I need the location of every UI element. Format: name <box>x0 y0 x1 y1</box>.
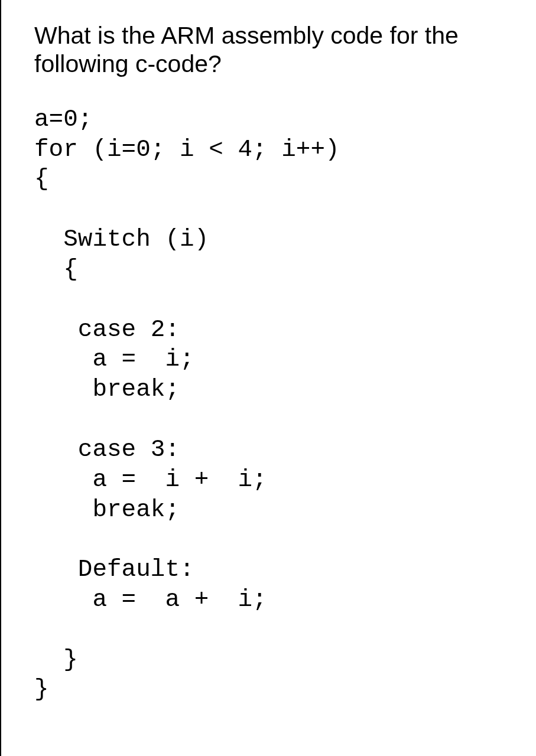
page-container: What is the ARM assembly code for the fo… <box>0 0 536 756</box>
question-text: What is the ARM assembly code for the fo… <box>34 21 512 79</box>
code-block: a=0; for (i=0; i < 4; i++) { Switch (i) … <box>34 105 512 705</box>
